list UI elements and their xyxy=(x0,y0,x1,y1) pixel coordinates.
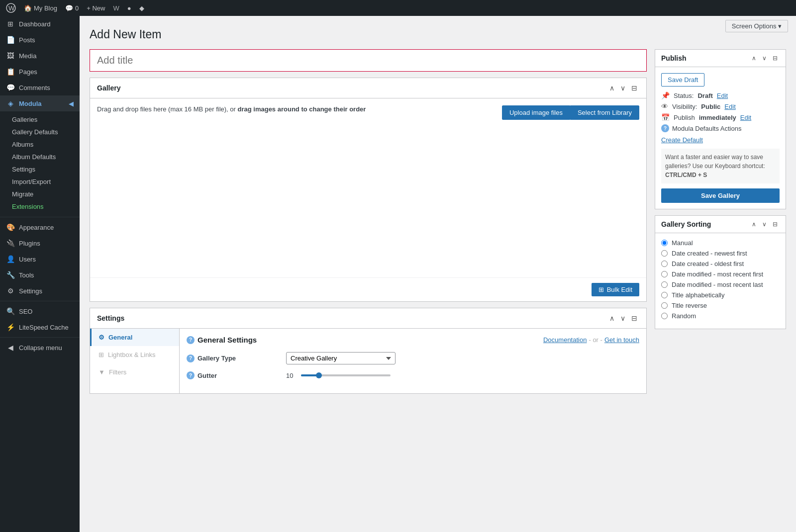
defaults-help-badge[interactable]: ? xyxy=(661,124,669,132)
sort-title-reverse-radio[interactable] xyxy=(661,302,668,309)
sidebar-item-gallery-defaults[interactable]: Gallery Defaults xyxy=(0,126,80,138)
sidebar-item-seo[interactable]: 🔍 SEO xyxy=(0,303,80,319)
sort-title-alpha-label[interactable]: Title alphabetically xyxy=(672,291,724,299)
sort-title-reverse-label[interactable]: Title reverse xyxy=(672,302,707,309)
publish-edit-link[interactable]: Edit xyxy=(740,114,751,121)
status-edit-link[interactable]: Edit xyxy=(717,92,728,99)
sort-modified-last-label[interactable]: Date modified - most recent last xyxy=(672,281,763,288)
sorting-option-date-modified-recent: Date modified - most recent first xyxy=(661,270,780,278)
gallery-collapse-up-btn[interactable]: ∧ xyxy=(607,83,616,93)
sort-manual-label[interactable]: Manual xyxy=(672,239,693,247)
documentation-link[interactable]: Documentation xyxy=(543,336,587,344)
admin-bar-comments[interactable]: 💬 0 xyxy=(65,4,79,12)
publish-collapse-down-btn[interactable]: ∨ xyxy=(760,54,769,63)
publish-box-controls: ∧ ∨ ⊟ xyxy=(750,54,780,63)
admin-bar-site-name[interactable]: 🏠 My Blog xyxy=(24,4,57,12)
admin-bar-new[interactable]: + New xyxy=(87,4,105,12)
sort-date-newest-radio[interactable] xyxy=(661,250,668,257)
sort-random-radio[interactable] xyxy=(661,313,668,319)
settings-tab-general[interactable]: ⚙ General xyxy=(90,329,179,346)
sorting-minimize-btn[interactable]: ⊟ xyxy=(771,220,780,229)
gutter-help-badge[interactable]: ? xyxy=(187,371,195,379)
save-draft-button[interactable]: Save Draft xyxy=(661,73,704,87)
sidebar-item-collapse[interactable]: ◀ Collapse menu xyxy=(0,340,80,355)
sidebar-item-media[interactable]: 🖼 Media xyxy=(0,48,80,64)
sort-modified-last-radio[interactable] xyxy=(661,281,668,288)
settings2-icon: ⚙ xyxy=(6,287,15,295)
sidebar-item-import-export[interactable]: Import/Export xyxy=(0,176,80,188)
sidebar-item-galleries[interactable]: Galleries xyxy=(0,113,80,126)
upload-image-files-button[interactable]: Upload image files xyxy=(502,105,570,120)
create-default-link[interactable]: Create Default xyxy=(661,136,780,144)
sidebar-item-settings2[interactable]: ⚙ Settings xyxy=(0,283,80,299)
admin-bar-w-icon[interactable]: W xyxy=(113,4,119,12)
sidebar-item-posts[interactable]: 📄 Posts xyxy=(0,32,80,48)
sidebar-item-users[interactable]: 👤 Users xyxy=(0,251,80,267)
screen-options-button[interactable]: Screen Options ▾ xyxy=(725,20,788,32)
sorting-collapse-down-btn[interactable]: ∨ xyxy=(760,220,769,229)
gallery-sorting-header: Gallery Sorting ∧ ∨ ⊟ xyxy=(655,216,786,233)
sorting-option-date-newest: Date created - newest first xyxy=(661,250,780,257)
status-value: Draft xyxy=(697,92,712,99)
publish-collapse-up-btn[interactable]: ∧ xyxy=(750,54,758,63)
sort-modified-recent-label[interactable]: Date modified - most recent first xyxy=(672,270,763,278)
litespeed-icon: ⚡ xyxy=(6,323,15,331)
select-from-library-button[interactable]: Select from Library xyxy=(570,105,639,120)
comments-icon: 💬 xyxy=(6,84,15,91)
sidebar-item-settings[interactable]: Settings xyxy=(0,163,80,176)
visibility-icon: 👁 xyxy=(661,102,668,110)
gallery-panel-title: Gallery xyxy=(97,84,120,92)
sidebar-item-albums[interactable]: Albums xyxy=(0,138,80,151)
sort-manual-radio[interactable] xyxy=(661,240,668,246)
admin-bar-diamond[interactable]: ◆ xyxy=(139,4,144,12)
sorting-collapse-up-btn[interactable]: ∧ xyxy=(750,220,758,229)
publish-box: Publish ∧ ∨ ⊟ Save Draft 📌 Status: Draft xyxy=(655,49,786,209)
sidebar-item-pages[interactable]: 📋 Pages xyxy=(0,64,80,80)
sidebar-item-litespeed[interactable]: ⚡ LiteSpeed Cache xyxy=(0,319,80,335)
settings-content: ? General Settings Documentation - or - … xyxy=(180,329,646,393)
visibility-row: 👁 Visibility: Public Edit xyxy=(661,102,780,110)
sidebar-item-migrate[interactable]: Migrate xyxy=(0,188,80,200)
visibility-edit-link[interactable]: Edit xyxy=(724,103,735,110)
title-input[interactable] xyxy=(90,49,647,72)
sort-modified-recent-radio[interactable] xyxy=(661,271,668,277)
settings-minimize-btn[interactable]: ⊟ xyxy=(629,313,639,323)
gallery-collapse-down-btn[interactable]: ∨ xyxy=(618,83,627,93)
sort-title-alpha-radio[interactable] xyxy=(661,292,668,298)
gallery-type-select[interactable]: Creative Gallery Masonry Grid Slider xyxy=(286,352,396,364)
sort-date-newest-label[interactable]: Date created - newest first xyxy=(672,250,747,257)
gallery-minimize-btn[interactable]: ⊟ xyxy=(629,83,639,93)
sorting-option-title-reverse: Title reverse xyxy=(661,302,780,309)
settings-collapse-down-btn[interactable]: ∨ xyxy=(618,313,627,323)
admin-bar-circle[interactable]: ● xyxy=(127,4,131,12)
sidebar-item-modula[interactable]: ◈ Modula ◀ xyxy=(0,95,80,111)
gutter-slider-track[interactable] xyxy=(301,374,391,376)
sidebar-item-plugins[interactable]: 🔌 Plugins xyxy=(0,235,80,251)
save-gallery-button[interactable]: Save Gallery xyxy=(661,188,780,203)
gallery-drop-text: Drag and drop files here (max 16 MB per … xyxy=(97,105,366,113)
publish-minimize-btn[interactable]: ⊟ xyxy=(771,54,780,63)
sidebar-item-comments[interactable]: 💬 Comments xyxy=(0,80,80,95)
content-main: Gallery ∧ ∨ ⊟ Drag and drop files here (… xyxy=(90,49,647,400)
gutter-value-row: 10 xyxy=(286,372,639,379)
general-settings-help-badge[interactable]: ? xyxy=(187,336,195,344)
sort-random-label[interactable]: Random xyxy=(672,312,696,320)
get-in-touch-link[interactable]: Get in touch xyxy=(604,336,639,344)
settings-link-sep: - or - xyxy=(589,336,602,344)
admin-bar-wp-logo[interactable]: W xyxy=(6,3,16,13)
modula-submenu: Galleries Gallery Defaults Albums Album … xyxy=(0,111,80,215)
sidebar-item-album-defaults[interactable]: Album Defaults xyxy=(0,151,80,163)
bulk-edit-button[interactable]: ⊞ Bulk Edit xyxy=(592,283,639,296)
gallery-panel: Gallery ∧ ∨ ⊟ Drag and drop files here (… xyxy=(90,78,647,302)
settings-tab-filters: ▼ Filters xyxy=(90,363,179,381)
sidebar-item-tools[interactable]: 🔧 Tools xyxy=(0,267,80,283)
settings-links: Documentation - or - Get in touch xyxy=(543,336,639,344)
sort-date-oldest-radio[interactable] xyxy=(661,261,668,267)
sidebar-item-appearance[interactable]: 🎨 Appearance xyxy=(0,219,80,235)
sort-date-oldest-label[interactable]: Date created - oldest first xyxy=(672,260,744,267)
sidebar-item-extensions[interactable]: Extensions xyxy=(0,200,80,213)
settings-collapse-up-btn[interactable]: ∧ xyxy=(607,313,616,323)
gallery-type-help-badge[interactable]: ? xyxy=(187,355,195,362)
sidebar-item-dashboard[interactable]: ⊞ Dashboard xyxy=(0,16,80,32)
bulk-edit-icon: ⊞ xyxy=(598,286,604,293)
